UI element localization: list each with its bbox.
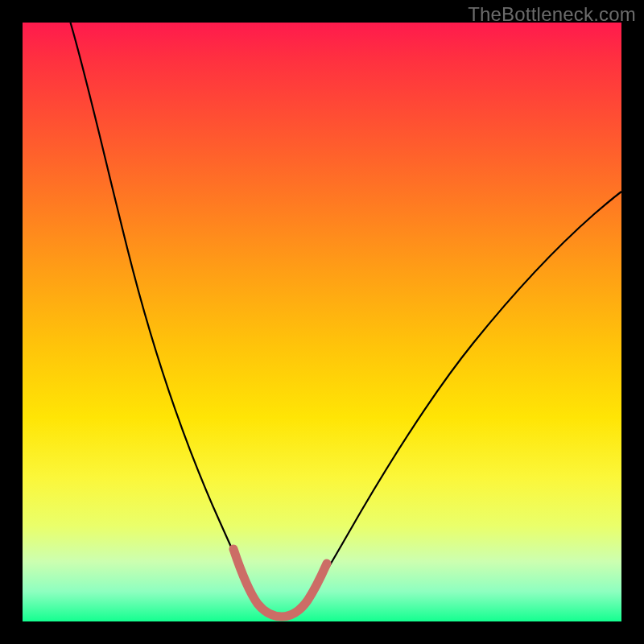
- outer-frame: TheBottleneck.com: [0, 0, 644, 644]
- watermark-text: TheBottleneck.com: [468, 3, 636, 26]
- chart-plot-area: [23, 23, 621, 621]
- optimal-range-marker-path: [233, 549, 327, 617]
- chart-svg: [23, 23, 621, 621]
- bottleneck-curve-path: [71, 23, 622, 616]
